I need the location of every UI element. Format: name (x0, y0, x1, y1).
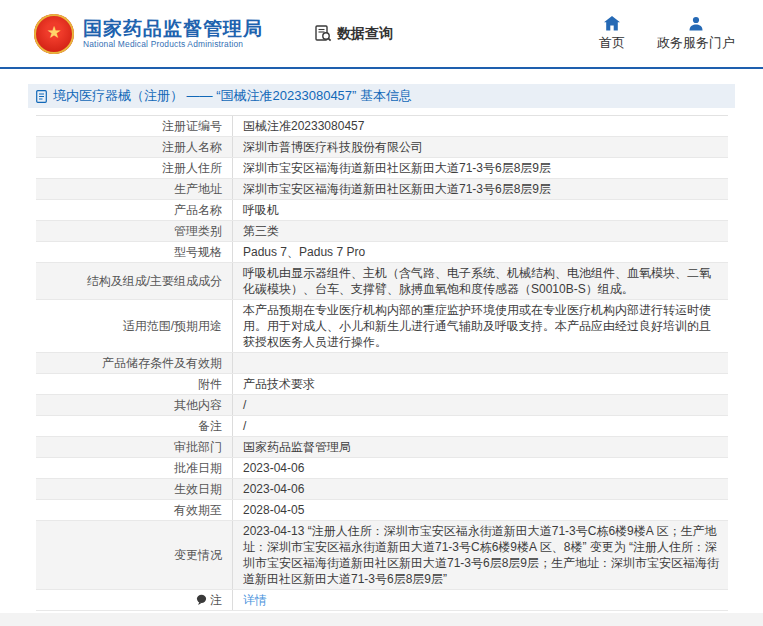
row-value: 深圳市宝安区福海街道新田社区新田大道71-3号6层8层9层 (232, 158, 728, 178)
row-value: 深圳市宝安区福海街道新田社区新田大道71-3号6层8层9层 (232, 179, 728, 199)
user-icon (688, 16, 704, 31)
row-label: 注册证编号 (36, 116, 232, 136)
table-row: 附件 产品技术要求 (36, 374, 728, 395)
row-value: 国家药品监督管理局 (232, 437, 728, 457)
row-label: 注 (36, 590, 232, 610)
note-icon (196, 594, 207, 606)
table-row: 产品名称 呼吸机 (36, 200, 728, 221)
row-label: 有效期至 (36, 500, 232, 520)
table-row: 注册证编号 国械注准20233080457 (36, 116, 728, 137)
row-value (232, 353, 728, 373)
row-label: 管理类别 (36, 221, 232, 241)
row-label: 注册人住所 (36, 158, 232, 178)
table-row: 结构及组成/主要组成成分 呼吸机由显示器组件、主机（含气路、电子系统、机械结构、… (36, 263, 728, 300)
data-query-label: 数据查询 (337, 25, 393, 43)
row-label: 附件 (36, 374, 232, 394)
page-title: 境内医疗器械（注册） —— “国械注准20233080457” 基本信息 (53, 87, 412, 105)
row-label: 适用范围/预期用途 (36, 300, 232, 352)
row-label: 结构及组成/主要组成成分 (36, 263, 232, 299)
table-row: 有效期至 2028-04-05 (36, 500, 728, 521)
note-label: 注 (210, 592, 222, 608)
footer-band (0, 613, 763, 626)
table-row-note: 注 详情 (36, 590, 728, 611)
row-value: 深圳市普博医疗科技股份有限公司 (232, 137, 728, 157)
row-value: 详情 (232, 590, 728, 610)
nav-home-label: 首页 (599, 34, 625, 52)
row-value: 2023-04-06 (232, 479, 728, 499)
table-row: 产品储存条件及有效期 (36, 353, 728, 374)
table-row: 变更情况 2023-04-13 “注册人住所：深圳市宝安区福永街道新田大道71-… (36, 521, 728, 590)
row-value: 产品技术要求 (232, 374, 728, 394)
table-row: 生效日期 2023-04-06 (36, 479, 728, 500)
table-row: 备注 / (36, 416, 728, 437)
national-emblem-logo: ★ (34, 14, 74, 54)
row-value: 2023-04-13 “注册人住所：深圳市宝安区福永街道新田大道71-3号C栋6… (232, 521, 728, 589)
table-row: 型号规格 Padus 7、Padus 7 Pro (36, 242, 728, 263)
agency-title-block: 国家药品监督管理局 National Medical Products Admi… (83, 18, 263, 50)
document-icon (36, 90, 47, 103)
table-row: 适用范围/预期用途 本产品预期在专业医疗机构内部的重症监护环境使用或在专业医疗机… (36, 300, 728, 353)
row-label: 生效日期 (36, 479, 232, 499)
row-label: 注册人名称 (36, 137, 232, 157)
data-query-icon (315, 25, 332, 42)
row-value: Padus 7、Padus 7 Pro (232, 242, 728, 262)
row-value: / (232, 416, 728, 436)
nav-item-home[interactable]: 首页 (599, 16, 625, 52)
row-value: 呼吸机 (232, 200, 728, 220)
row-value: 2023-04-06 (232, 458, 728, 478)
table-row: 生产地址 深圳市宝安区福海街道新田社区新田大道71-3号6层8层9层 (36, 179, 728, 200)
row-label: 产品名称 (36, 200, 232, 220)
row-value: 2028-04-05 (232, 500, 728, 520)
row-label: 生产地址 (36, 179, 232, 199)
site-header: ★ 国家药品监督管理局 National Medical Products Ad… (0, 0, 763, 69)
row-label: 产品储存条件及有效期 (36, 353, 232, 373)
header-nav: 首页 政务服务门户 (599, 16, 735, 52)
row-value: / (232, 395, 728, 415)
row-label: 其他内容 (36, 395, 232, 415)
table-row: 批准日期 2023-04-06 (36, 458, 728, 479)
row-value: 本产品预期在专业医疗机构内部的重症监护环境使用或在专业医疗机构内部进行转运时使用… (232, 300, 728, 352)
home-icon (603, 16, 621, 31)
table-row: 注册人名称 深圳市普博医疗科技股份有限公司 (36, 137, 728, 158)
table-row: 其他内容 / (36, 395, 728, 416)
row-value: 第三类 (232, 221, 728, 241)
info-table: 注册证编号 国械注准20233080457 注册人名称 深圳市普博医疗科技股份有… (36, 115, 728, 611)
page-title-bar: 境内医疗器械（注册） —— “国械注准20233080457” 基本信息 (28, 84, 735, 108)
emblem-star-icon: ★ (46, 24, 61, 41)
row-label: 备注 (36, 416, 232, 436)
table-row: 管理类别 第三类 (36, 221, 728, 242)
row-label: 变更情况 (36, 521, 232, 589)
nav-portal-label: 政务服务门户 (657, 34, 735, 52)
nav-item-portal[interactable]: 政务服务门户 (657, 16, 735, 52)
detail-link[interactable]: 详情 (243, 592, 267, 608)
row-value: 呼吸机由显示器组件、主机（含气路、电子系统、机械结构、电池组件、血氧模块、二氧化… (232, 263, 728, 299)
agency-logo-group: ★ 国家药品监督管理局 National Medical Products Ad… (34, 14, 263, 54)
agency-subtitle: National Medical Products Administration (83, 39, 263, 49)
table-row: 注册人住所 深圳市宝安区福海街道新田社区新田大道71-3号6层8层9层 (36, 158, 728, 179)
table-row: 审批部门 国家药品监督管理局 (36, 437, 728, 458)
agency-title: 国家药品监督管理局 (83, 18, 263, 40)
row-label: 批准日期 (36, 458, 232, 478)
row-label: 审批部门 (36, 437, 232, 457)
data-query-nav[interactable]: 数据查询 (315, 25, 393, 43)
row-label: 型号规格 (36, 242, 232, 262)
row-value: 国械注准20233080457 (232, 116, 728, 136)
